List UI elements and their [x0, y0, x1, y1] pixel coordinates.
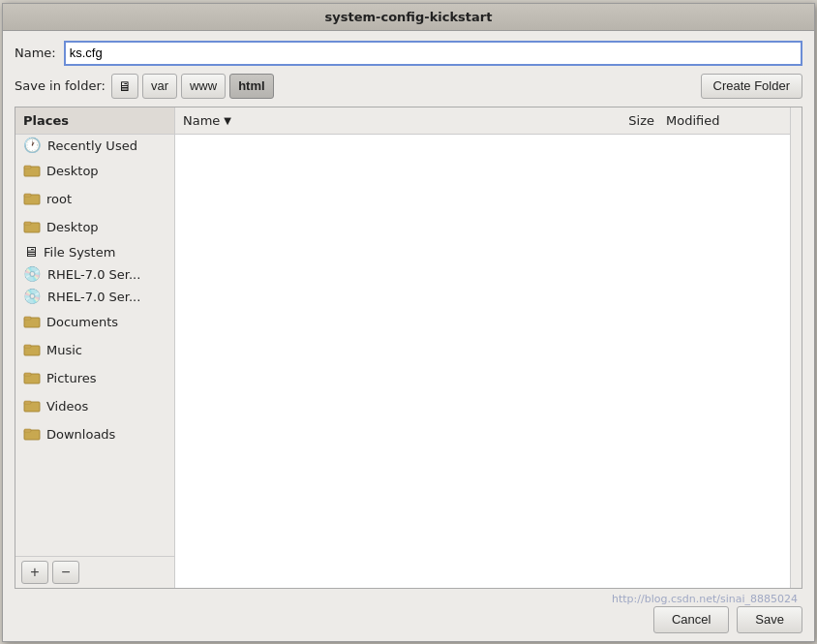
place-item-label: Downloads [46, 427, 115, 442]
place-item[interactable]: Desktop [15, 213, 174, 241]
places-header: Places [15, 107, 174, 135]
place-item[interactable]: Videos [15, 392, 174, 420]
name-row: Name: [15, 41, 802, 66]
sort-icon: ▼ [224, 115, 231, 126]
place-item[interactable]: 🕐Recently Used [15, 135, 174, 157]
place-icon [23, 189, 41, 209]
content-area-inner: Name ▼ Size Modified [175, 107, 802, 588]
place-icon [23, 217, 41, 237]
main-area: Places 🕐Recently Used Desktop root Deskt… [15, 107, 802, 589]
svg-rect-22 [24, 429, 31, 432]
place-item-label: Videos [46, 399, 88, 414]
name-label: Name: [15, 46, 56, 60]
filename-input[interactable] [64, 41, 802, 66]
place-item[interactable]: Music [15, 336, 174, 364]
breadcrumb-www-button[interactable]: www [181, 74, 226, 99]
place-icon [23, 396, 41, 416]
svg-rect-4 [24, 194, 31, 197]
content-scrollbar[interactable] [790, 107, 802, 588]
svg-rect-1 [24, 166, 31, 169]
content-header: Name ▼ Size Modified [175, 107, 790, 135]
place-item-label: Recently Used [47, 138, 137, 153]
place-icon [23, 312, 41, 332]
place-item[interactable]: Desktop [15, 157, 174, 185]
breadcrumb-area: 🖥 var www html [111, 74, 695, 99]
col-size-header: Size [604, 113, 662, 128]
breadcrumb-html-button[interactable]: html [229, 74, 273, 99]
place-item-label: Pictures [46, 371, 96, 385]
place-item[interactable]: Pictures [15, 364, 174, 392]
add-place-button[interactable]: + [21, 561, 48, 584]
svg-rect-13 [24, 345, 31, 348]
col-modified-header: Modified [666, 113, 782, 128]
places-footer: + − [15, 556, 174, 588]
save-button[interactable]: Save [737, 606, 802, 633]
place-icon [23, 340, 41, 360]
places-panel: Places 🕐Recently Used Desktop root Deskt… [15, 107, 175, 588]
place-icon: 🕐 [23, 138, 42, 153]
folder-row: Save in folder: 🖥 var www html Create Fo… [15, 74, 802, 99]
col-name-header: Name ▼ [183, 113, 600, 128]
save-in-folder-label: Save in folder: [15, 78, 106, 93]
place-icon [23, 424, 41, 445]
place-item[interactable]: Documents [15, 308, 174, 336]
svg-rect-19 [24, 401, 31, 404]
dialog-body: Name: Save in folder: 🖥 var www html Cre… [3, 31, 814, 598]
place-item-label: Desktop [46, 220, 99, 234]
place-item[interactable]: 💿RHEL-7.0 Ser... [15, 263, 174, 286]
place-item-label: Desktop [46, 164, 99, 178]
breadcrumb-home-button[interactable]: 🖥 [111, 74, 138, 99]
place-item-label: RHEL-7.0 Ser... [47, 290, 140, 304]
place-icon [23, 368, 41, 388]
place-item-label: root [46, 192, 72, 206]
place-item[interactable]: root [15, 185, 174, 213]
watermark: http://blog.csdn.net/sinai_8885024 [612, 593, 798, 605]
svg-rect-7 [24, 222, 31, 225]
file-save-dialog: system-config-kickstart Name: Save in fo… [2, 3, 815, 642]
svg-rect-16 [24, 373, 31, 376]
cancel-button[interactable]: Cancel [653, 606, 729, 633]
content-panel: Name ▼ Size Modified [175, 107, 790, 588]
breadcrumb-var-button[interactable]: var [142, 74, 177, 99]
content-body [175, 135, 790, 588]
svg-rect-10 [24, 317, 31, 320]
dialog-title: system-config-kickstart [3, 4, 814, 31]
place-item-label: Music [46, 343, 82, 357]
place-item[interactable]: 💿RHEL-7.0 Ser... [15, 286, 174, 308]
place-icon: 💿 [23, 290, 42, 304]
place-icon: 🖥 [23, 245, 38, 260]
remove-place-button[interactable]: − [52, 561, 79, 584]
place-item-label: File System [44, 245, 115, 260]
create-folder-button[interactable]: Create Folder [701, 74, 802, 99]
place-item-label: RHEL-7.0 Ser... [47, 267, 140, 282]
place-item-label: Documents [46, 315, 118, 329]
place-icon [23, 161, 41, 181]
places-list: 🕐Recently Used Desktop root Desktop🖥File… [15, 135, 174, 556]
place-item[interactable]: Downloads [15, 420, 174, 448]
place-icon: 💿 [23, 267, 42, 282]
place-item[interactable]: 🖥File System [15, 241, 174, 263]
